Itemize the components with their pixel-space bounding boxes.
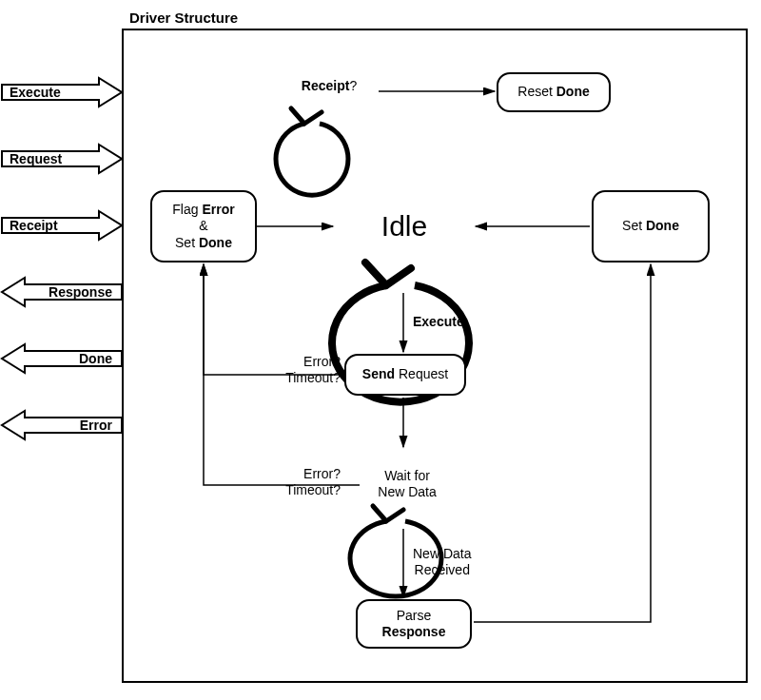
signal-done-label: Done: [79, 351, 112, 366]
parse-response-node: ParseResponse: [356, 599, 472, 649]
signal-error-arrow: Error: [0, 409, 122, 441]
signal-response-label: Response: [49, 284, 112, 300]
signal-error-label: Error: [80, 418, 112, 433]
driver-structure-title: Driver Structure: [129, 10, 238, 26]
signal-done-arrow: Done: [0, 342, 122, 375]
flag-error-set-done-node: Flag Error & Set Done: [150, 190, 257, 262]
error-timeout-label-1: Error?Timeout?: [257, 354, 341, 386]
signal-receipt-arrow: Receipt: [0, 209, 122, 242]
set-done-node: Set Done: [592, 190, 710, 262]
signal-request-arrow: Request: [0, 143, 122, 175]
new-data-received-label: New DataReceived: [413, 546, 471, 578]
wait-loop-label: Wait forNew Data: [369, 468, 445, 500]
execute-edge-label: Execute: [413, 314, 464, 330]
reset-done-node: Reset Done: [497, 72, 611, 112]
signal-execute-label: Execute: [10, 85, 61, 100]
receipt-loop-label: Receipt?: [282, 78, 377, 94]
error-timeout-label-2: Error?Timeout?: [257, 466, 341, 498]
signal-execute-arrow: Execute: [0, 76, 122, 108]
send-request-node: Send Request: [344, 354, 466, 396]
signal-receipt-label: Receipt: [10, 218, 58, 233]
signal-request-label: Request: [10, 151, 62, 166]
signal-response-arrow: Response: [0, 276, 122, 308]
idle-loop-label: Idle: [352, 209, 457, 243]
